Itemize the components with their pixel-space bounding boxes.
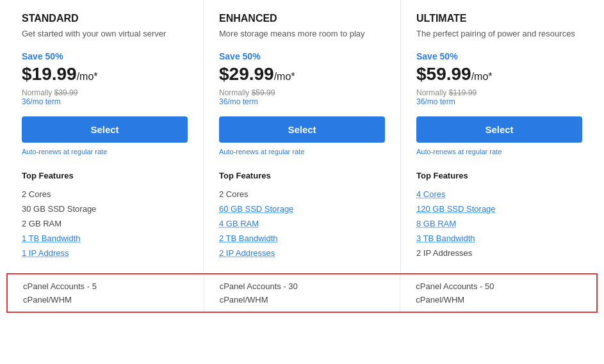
- term-standard: 36/mo term: [22, 97, 188, 106]
- select-button-enhanced[interactable]: Select: [219, 116, 385, 143]
- feature-item: 60 GB SSD Storage: [219, 202, 385, 216]
- feature-item: 1 TB Bandwidth: [22, 231, 188, 246]
- cpanel-col-ultimate: cPanel Accounts - 50cPanel/WHM: [400, 274, 596, 312]
- features-title-enhanced: Top Features: [219, 171, 385, 180]
- feature-item: 2 IP Addresses: [219, 246, 385, 260]
- term-ultimate: 36/mo term: [416, 97, 582, 106]
- plan-col-ultimate: ULTIMATE The perfect pairing of power an…: [401, 0, 598, 273]
- term-enhanced: 36/mo term: [219, 97, 385, 106]
- price-standard: $19.99/mo*: [22, 64, 188, 84]
- cpanel-col-enhanced: cPanel Accounts - 30cPanel/WHM: [204, 274, 401, 312]
- cpanel-item: cPanel/WHM: [416, 293, 581, 306]
- price-enhanced: $29.99/mo*: [219, 64, 385, 84]
- auto-renew-standard: Auto-renews at regular rate: [22, 148, 188, 155]
- save-badge-standard: Save 50%: [22, 51, 188, 61]
- auto-renew-enhanced: Auto-renews at regular rate: [219, 148, 385, 155]
- cpanel-item: cPanel Accounts - 50: [416, 280, 581, 293]
- save-badge-ultimate: Save 50%: [416, 51, 582, 61]
- feature-item: 4 Cores: [416, 187, 582, 202]
- feature-item: 30 GB SSD Storage: [22, 202, 188, 216]
- plan-title-enhanced: ENHANCED: [219, 13, 385, 24]
- plan-col-standard: STANDARD Get started with your own virtu…: [6, 0, 204, 273]
- feature-item: 2 GB RAM: [22, 216, 188, 231]
- normally-ultimate: Normally $119.99: [416, 88, 582, 97]
- feature-item: 8 GB RAM: [416, 216, 582, 231]
- plan-title-standard: STANDARD: [22, 13, 188, 24]
- features-title-standard: Top Features: [22, 171, 188, 180]
- feature-item: 4 GB RAM: [219, 216, 385, 231]
- auto-renew-ultimate: Auto-renews at regular rate: [416, 148, 582, 155]
- save-badge-enhanced: Save 50%: [219, 51, 385, 61]
- plan-subtitle-standard: Get started with your own virtual server: [22, 28, 188, 40]
- feature-item: 2 Cores: [22, 187, 188, 202]
- feature-item: 1 IP Address: [22, 246, 188, 260]
- plan-col-enhanced: ENHANCED More storage means more room to…: [204, 0, 401, 273]
- feature-item: 120 GB SSD Storage: [416, 202, 582, 216]
- cpanel-item: cPanel/WHM: [23, 293, 188, 306]
- price-ultimate: $59.99/mo*: [416, 64, 582, 84]
- select-button-standard[interactable]: Select: [22, 116, 188, 143]
- cpanel-item: cPanel Accounts - 5: [23, 280, 188, 293]
- plan-subtitle-ultimate: The perfect pairing of power and resourc…: [416, 28, 582, 40]
- feature-item: 2 IP Addresses: [416, 246, 582, 260]
- plan-title-ultimate: ULTIMATE: [416, 13, 582, 24]
- cpanel-col-standard: cPanel Accounts - 5cPanel/WHM: [8, 274, 204, 312]
- feature-item: 3 TB Bandwidth: [416, 231, 582, 246]
- cpanel-item: cPanel Accounts - 30: [220, 280, 385, 293]
- cpanel-item: cPanel/WHM: [220, 293, 385, 306]
- select-button-ultimate[interactable]: Select: [416, 116, 582, 143]
- feature-item: 2 Cores: [219, 187, 385, 202]
- normally-enhanced: Normally $59.99: [219, 88, 385, 97]
- features-title-ultimate: Top Features: [416, 171, 582, 180]
- feature-item: 2 TB Bandwidth: [219, 231, 385, 246]
- normally-standard: Normally $39.99: [22, 88, 188, 97]
- plan-subtitle-enhanced: More storage means more room to play: [219, 28, 385, 40]
